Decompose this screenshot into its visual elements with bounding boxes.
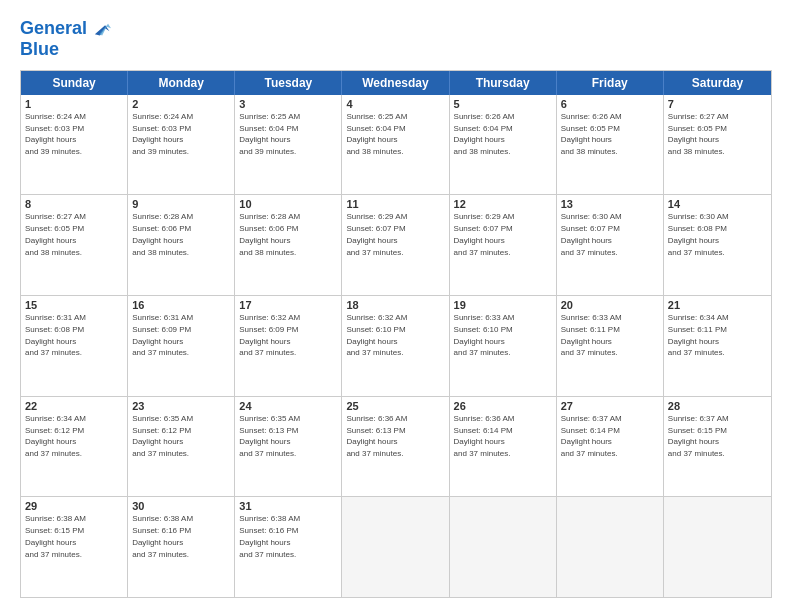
cell-content: Sunrise: 6:24 AMSunset: 6:03 PMDaylight … bbox=[132, 112, 193, 156]
day-number: 3 bbox=[239, 98, 337, 110]
calendar-row-3: 15Sunrise: 6:31 AMSunset: 6:08 PMDayligh… bbox=[21, 295, 771, 396]
calendar-cell: 21Sunrise: 6:34 AMSunset: 6:11 PMDayligh… bbox=[664, 296, 771, 396]
day-number: 10 bbox=[239, 198, 337, 210]
cell-content: Sunrise: 6:26 AMSunset: 6:05 PMDaylight … bbox=[561, 112, 622, 156]
cell-content: Sunrise: 6:25 AMSunset: 6:04 PMDaylight … bbox=[239, 112, 300, 156]
cell-content: Sunrise: 6:30 AMSunset: 6:07 PMDaylight … bbox=[561, 212, 622, 256]
day-number: 16 bbox=[132, 299, 230, 311]
page: General Blue SundayMondayTuesdayWednesda… bbox=[0, 0, 792, 612]
calendar-header-row: SundayMondayTuesdayWednesdayThursdayFrid… bbox=[21, 71, 771, 95]
day-number: 20 bbox=[561, 299, 659, 311]
cell-content: Sunrise: 6:36 AMSunset: 6:13 PMDaylight … bbox=[346, 414, 407, 458]
calendar-cell: 2Sunrise: 6:24 AMSunset: 6:03 PMDaylight… bbox=[128, 95, 235, 195]
calendar-body: 1Sunrise: 6:24 AMSunset: 6:03 PMDaylight… bbox=[21, 95, 771, 597]
day-number: 11 bbox=[346, 198, 444, 210]
calendar-cell: 18Sunrise: 6:32 AMSunset: 6:10 PMDayligh… bbox=[342, 296, 449, 396]
calendar-cell: 17Sunrise: 6:32 AMSunset: 6:09 PMDayligh… bbox=[235, 296, 342, 396]
calendar-cell bbox=[342, 497, 449, 597]
calendar-cell bbox=[557, 497, 664, 597]
calendar-cell: 15Sunrise: 6:31 AMSunset: 6:08 PMDayligh… bbox=[21, 296, 128, 396]
calendar-cell: 8Sunrise: 6:27 AMSunset: 6:05 PMDaylight… bbox=[21, 195, 128, 295]
cell-content: Sunrise: 6:26 AMSunset: 6:04 PMDaylight … bbox=[454, 112, 515, 156]
cell-content: Sunrise: 6:29 AMSunset: 6:07 PMDaylight … bbox=[346, 212, 407, 256]
calendar-cell: 14Sunrise: 6:30 AMSunset: 6:08 PMDayligh… bbox=[664, 195, 771, 295]
day-number: 6 bbox=[561, 98, 659, 110]
day-number: 8 bbox=[25, 198, 123, 210]
header-day-wednesday: Wednesday bbox=[342, 71, 449, 95]
day-number: 5 bbox=[454, 98, 552, 110]
cell-content: Sunrise: 6:31 AMSunset: 6:09 PMDaylight … bbox=[132, 313, 193, 357]
day-number: 18 bbox=[346, 299, 444, 311]
cell-content: Sunrise: 6:33 AMSunset: 6:10 PMDaylight … bbox=[454, 313, 515, 357]
cell-content: Sunrise: 6:24 AMSunset: 6:03 PMDaylight … bbox=[25, 112, 86, 156]
calendar-cell: 28Sunrise: 6:37 AMSunset: 6:15 PMDayligh… bbox=[664, 397, 771, 497]
logo-icon bbox=[89, 18, 111, 40]
header-day-monday: Monday bbox=[128, 71, 235, 95]
logo: General Blue bbox=[20, 18, 111, 60]
calendar-cell: 9Sunrise: 6:28 AMSunset: 6:06 PMDaylight… bbox=[128, 195, 235, 295]
header: General Blue bbox=[20, 18, 772, 60]
cell-content: Sunrise: 6:27 AMSunset: 6:05 PMDaylight … bbox=[668, 112, 729, 156]
cell-content: Sunrise: 6:25 AMSunset: 6:04 PMDaylight … bbox=[346, 112, 407, 156]
calendar-row-5: 29Sunrise: 6:38 AMSunset: 6:15 PMDayligh… bbox=[21, 496, 771, 597]
cell-content: Sunrise: 6:37 AMSunset: 6:15 PMDaylight … bbox=[668, 414, 729, 458]
cell-content: Sunrise: 6:34 AMSunset: 6:11 PMDaylight … bbox=[668, 313, 729, 357]
calendar-cell: 25Sunrise: 6:36 AMSunset: 6:13 PMDayligh… bbox=[342, 397, 449, 497]
calendar-row-4: 22Sunrise: 6:34 AMSunset: 6:12 PMDayligh… bbox=[21, 396, 771, 497]
cell-content: Sunrise: 6:34 AMSunset: 6:12 PMDaylight … bbox=[25, 414, 86, 458]
header-day-friday: Friday bbox=[557, 71, 664, 95]
day-number: 1 bbox=[25, 98, 123, 110]
cell-content: Sunrise: 6:28 AMSunset: 6:06 PMDaylight … bbox=[132, 212, 193, 256]
calendar-cell: 4Sunrise: 6:25 AMSunset: 6:04 PMDaylight… bbox=[342, 95, 449, 195]
cell-content: Sunrise: 6:35 AMSunset: 6:12 PMDaylight … bbox=[132, 414, 193, 458]
calendar-cell: 6Sunrise: 6:26 AMSunset: 6:05 PMDaylight… bbox=[557, 95, 664, 195]
calendar-cell: 22Sunrise: 6:34 AMSunset: 6:12 PMDayligh… bbox=[21, 397, 128, 497]
day-number: 25 bbox=[346, 400, 444, 412]
calendar-cell: 24Sunrise: 6:35 AMSunset: 6:13 PMDayligh… bbox=[235, 397, 342, 497]
calendar-cell: 16Sunrise: 6:31 AMSunset: 6:09 PMDayligh… bbox=[128, 296, 235, 396]
calendar-cell: 31Sunrise: 6:38 AMSunset: 6:16 PMDayligh… bbox=[235, 497, 342, 597]
cell-content: Sunrise: 6:30 AMSunset: 6:08 PMDaylight … bbox=[668, 212, 729, 256]
calendar-cell bbox=[664, 497, 771, 597]
cell-content: Sunrise: 6:32 AMSunset: 6:10 PMDaylight … bbox=[346, 313, 407, 357]
calendar-cell bbox=[450, 497, 557, 597]
day-number: 27 bbox=[561, 400, 659, 412]
day-number: 9 bbox=[132, 198, 230, 210]
day-number: 21 bbox=[668, 299, 767, 311]
day-number: 26 bbox=[454, 400, 552, 412]
day-number: 2 bbox=[132, 98, 230, 110]
cell-content: Sunrise: 6:36 AMSunset: 6:14 PMDaylight … bbox=[454, 414, 515, 458]
day-number: 19 bbox=[454, 299, 552, 311]
day-number: 30 bbox=[132, 500, 230, 512]
logo-text2: Blue bbox=[20, 40, 111, 60]
day-number: 13 bbox=[561, 198, 659, 210]
calendar-cell: 10Sunrise: 6:28 AMSunset: 6:06 PMDayligh… bbox=[235, 195, 342, 295]
header-day-saturday: Saturday bbox=[664, 71, 771, 95]
calendar-cell: 12Sunrise: 6:29 AMSunset: 6:07 PMDayligh… bbox=[450, 195, 557, 295]
calendar-cell: 1Sunrise: 6:24 AMSunset: 6:03 PMDaylight… bbox=[21, 95, 128, 195]
calendar-cell: 3Sunrise: 6:25 AMSunset: 6:04 PMDaylight… bbox=[235, 95, 342, 195]
calendar-row-2: 8Sunrise: 6:27 AMSunset: 6:05 PMDaylight… bbox=[21, 194, 771, 295]
calendar-cell: 29Sunrise: 6:38 AMSunset: 6:15 PMDayligh… bbox=[21, 497, 128, 597]
calendar-cell: 27Sunrise: 6:37 AMSunset: 6:14 PMDayligh… bbox=[557, 397, 664, 497]
calendar-cell: 20Sunrise: 6:33 AMSunset: 6:11 PMDayligh… bbox=[557, 296, 664, 396]
day-number: 31 bbox=[239, 500, 337, 512]
cell-content: Sunrise: 6:38 AMSunset: 6:15 PMDaylight … bbox=[25, 514, 86, 558]
calendar-cell: 13Sunrise: 6:30 AMSunset: 6:07 PMDayligh… bbox=[557, 195, 664, 295]
calendar-cell: 30Sunrise: 6:38 AMSunset: 6:16 PMDayligh… bbox=[128, 497, 235, 597]
day-number: 23 bbox=[132, 400, 230, 412]
header-day-thursday: Thursday bbox=[450, 71, 557, 95]
day-number: 17 bbox=[239, 299, 337, 311]
cell-content: Sunrise: 6:27 AMSunset: 6:05 PMDaylight … bbox=[25, 212, 86, 256]
header-day-sunday: Sunday bbox=[21, 71, 128, 95]
day-number: 7 bbox=[668, 98, 767, 110]
day-number: 4 bbox=[346, 98, 444, 110]
calendar-cell: 26Sunrise: 6:36 AMSunset: 6:14 PMDayligh… bbox=[450, 397, 557, 497]
logo-text: General bbox=[20, 19, 87, 39]
calendar-row-1: 1Sunrise: 6:24 AMSunset: 6:03 PMDaylight… bbox=[21, 95, 771, 195]
cell-content: Sunrise: 6:35 AMSunset: 6:13 PMDaylight … bbox=[239, 414, 300, 458]
day-number: 24 bbox=[239, 400, 337, 412]
calendar-cell: 23Sunrise: 6:35 AMSunset: 6:12 PMDayligh… bbox=[128, 397, 235, 497]
cell-content: Sunrise: 6:29 AMSunset: 6:07 PMDaylight … bbox=[454, 212, 515, 256]
cell-content: Sunrise: 6:37 AMSunset: 6:14 PMDaylight … bbox=[561, 414, 622, 458]
